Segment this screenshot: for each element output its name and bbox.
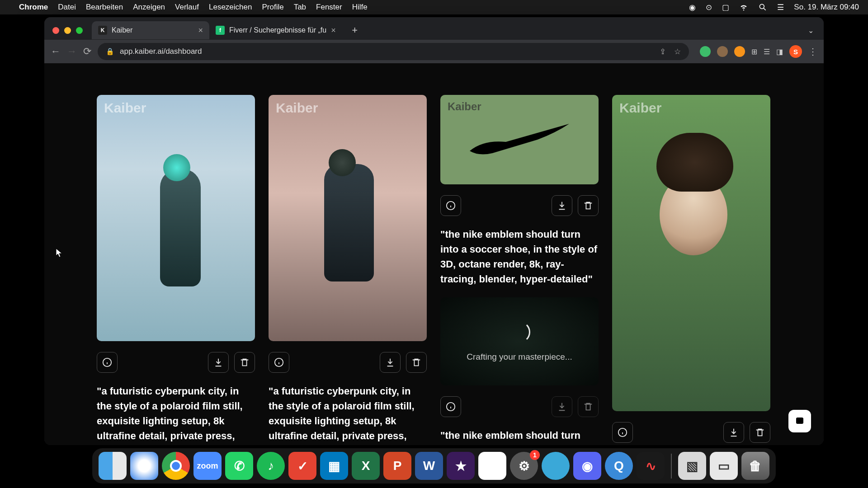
video-thumbnail[interactable]: Kaiber	[97, 95, 255, 341]
download-button[interactable]	[552, 195, 572, 216]
loading-card: Crafting your masterpiece...	[440, 297, 599, 385]
dock-spotify[interactable]: ♪	[257, 452, 285, 480]
download-button[interactable]	[208, 352, 229, 373]
menu-fenster[interactable]: Fenster	[316, 3, 342, 12]
side-panel-icon[interactable]: ◨	[776, 47, 783, 56]
profile-button[interactable]: S	[789, 45, 802, 58]
extension-icon[interactable]	[734, 46, 745, 57]
dock-system-settings[interactable]: ⚙1	[510, 452, 538, 480]
chrome-menu-icon[interactable]: ⋮	[808, 46, 817, 57]
download-button[interactable]	[380, 352, 401, 373]
delete-button[interactable]	[578, 195, 599, 216]
dock-preview[interactable]: ▧	[678, 452, 706, 480]
macos-dock: zoom ✆ ♪ ✓ ▦ X P W ★ ▲ ⚙1 ◉ Q ∿ ▧ ▭ 🗑	[92, 448, 776, 483]
menu-anzeigen[interactable]: Anzeigen	[133, 3, 165, 12]
info-button[interactable]	[612, 422, 633, 443]
extensions-puzzle-icon[interactable]: ⊞	[751, 47, 757, 56]
dock-todoist[interactable]: ✓	[288, 452, 316, 480]
share-icon[interactable]: ⇪	[660, 47, 666, 56]
menu-hilfe[interactable]: Hilfe	[352, 3, 368, 12]
dock-zoom[interactable]: zoom	[193, 452, 222, 480]
dock-powerpoint[interactable]: P	[383, 452, 411, 480]
download-button[interactable]	[723, 422, 744, 443]
dock-trash[interactable]: 🗑	[741, 452, 769, 480]
video-thumbnail[interactable]: Kaiber	[440, 95, 599, 184]
video-thumbnail[interactable]: Kaiber	[612, 95, 770, 411]
dock-google-drive[interactable]: ▲	[478, 452, 506, 480]
card-prompt: "the nike emblem should turn into a socc…	[440, 227, 599, 286]
card-prompt: "a futuristic cyberpunk city, in the sty…	[269, 384, 427, 443]
reload-button[interactable]: ⟳	[83, 46, 91, 57]
gallery-column: Kaiber	[612, 95, 770, 445]
chrome-tab-strip: K Kaiber × f Fiverr / Suchergebnisse für…	[44, 17, 824, 40]
dock-chrome[interactable]	[162, 452, 190, 480]
dock-finder[interactable]	[99, 452, 127, 480]
download-button[interactable]	[552, 396, 572, 417]
info-button[interactable]	[440, 396, 461, 417]
chrome-window: K Kaiber × f Fiverr / Suchergebnisse für…	[44, 17, 824, 445]
bookmark-icon[interactable]: ☆	[674, 47, 681, 56]
menu-datei[interactable]: Datei	[58, 3, 76, 12]
dock-quicktime[interactable]: Q	[605, 452, 633, 480]
dock-discord[interactable]: ◉	[573, 452, 601, 480]
svg-rect-6	[796, 418, 803, 424]
delete-button[interactable]	[406, 352, 427, 373]
new-tab-button[interactable]: +	[348, 24, 362, 36]
minimize-window-button[interactable]	[64, 27, 71, 34]
dock-imovie[interactable]: ★	[447, 452, 475, 480]
dock-audio-app[interactable]: ∿	[637, 452, 665, 480]
menu-profile[interactable]: Profile	[262, 3, 283, 12]
battery-icon[interactable]: ▢	[722, 3, 729, 12]
menu-lesezeichen[interactable]: Lesezeichen	[209, 3, 252, 12]
delete-button[interactable]	[578, 396, 599, 417]
menubar-clock[interactable]: So. 19. März 09:40	[794, 3, 859, 12]
updates-icon[interactable]: ⊙	[706, 3, 712, 12]
close-tab-icon[interactable]: ×	[198, 26, 203, 35]
read-later-icon[interactable]: ☰	[764, 47, 770, 56]
dock-separator	[671, 454, 672, 479]
info-button[interactable]	[97, 352, 118, 373]
gallery-column: Kaiber "a futuristic cyberpunk city, in …	[269, 95, 427, 445]
menu-bearbeiten[interactable]: Bearbeiten	[86, 3, 123, 12]
address-bar[interactable]: 🔒 app.kaiber.ai/dashboard ⇪ ☆	[98, 43, 689, 60]
card-actions	[440, 396, 599, 417]
delete-button[interactable]	[234, 352, 255, 373]
menu-tab[interactable]: Tab	[294, 3, 306, 12]
window-controls	[52, 27, 83, 34]
lock-icon[interactable]: 🔒	[106, 47, 114, 56]
forward-button[interactable]: →	[67, 46, 77, 57]
menubar-app-name[interactable]: Chrome	[19, 3, 48, 12]
dock-whatsapp[interactable]: ✆	[225, 452, 253, 480]
favicon-fiverr: f	[216, 26, 225, 35]
intercom-chat-button[interactable]	[788, 410, 811, 432]
record-icon[interactable]: ◉	[689, 3, 696, 12]
dock-app[interactable]	[542, 452, 570, 480]
favicon-kaiber: K	[98, 26, 107, 35]
dock-trello[interactable]: ▦	[320, 452, 348, 480]
tabs-dropdown-icon[interactable]: ⌄	[808, 26, 814, 35]
close-window-button[interactable]	[52, 27, 59, 34]
info-button[interactable]	[440, 195, 461, 216]
tab-kaiber[interactable]: K Kaiber ×	[92, 21, 209, 39]
page-content: Kaiber "a futuristic cyberpunk city, in …	[44, 63, 824, 445]
video-thumbnail[interactable]: Kaiber	[269, 95, 427, 341]
kaiber-watermark: Kaiber	[104, 100, 146, 116]
nike-logo-icon	[465, 119, 574, 160]
dock-stickies[interactable]: ▭	[710, 452, 738, 480]
spotlight-icon[interactable]	[758, 3, 767, 12]
dock-safari[interactable]	[130, 452, 158, 480]
close-tab-icon[interactable]: ×	[331, 26, 336, 35]
menu-verlauf[interactable]: Verlauf	[175, 3, 199, 12]
tab-fiverr[interactable]: f Fiverr / Suchergebnisse für „fu ×	[209, 21, 342, 39]
extension-icon[interactable]	[717, 46, 728, 57]
back-button[interactable]: ←	[51, 46, 61, 57]
wifi-icon[interactable]	[739, 3, 748, 12]
chrome-toolbar: ← → ⟳ 🔒 app.kaiber.ai/dashboard ⇪ ☆ ⊞ ☰ …	[44, 40, 824, 63]
control-center-icon[interactable]: ☰	[777, 3, 784, 12]
maximize-window-button[interactable]	[76, 27, 83, 34]
delete-button[interactable]	[750, 422, 770, 443]
dock-word[interactable]: W	[415, 452, 443, 480]
info-button[interactable]	[269, 352, 289, 373]
dock-excel[interactable]: X	[352, 452, 380, 480]
extension-icon[interactable]	[700, 46, 711, 57]
